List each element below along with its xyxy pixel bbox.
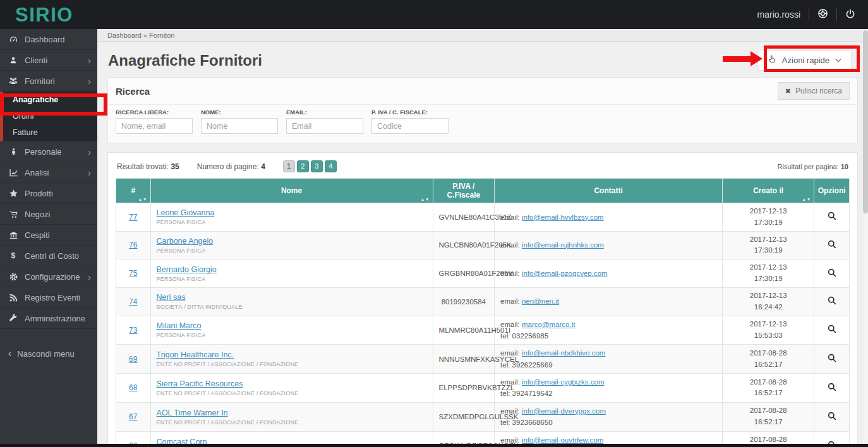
row-name-link[interactable]: Trigon Healthcare Inc. — [157, 350, 234, 359]
row-id-link[interactable]: 68 — [129, 383, 137, 392]
row-email-link[interactable]: info@email-nbdkhivo.com — [522, 349, 605, 357]
sort-arrows-icon[interactable]: ▲▼ — [138, 197, 148, 201]
sidebar-item-clienti[interactable]: Clienti› — [0, 50, 97, 71]
sidebar-item-dashboard[interactable]: Dashboard — [0, 29, 97, 50]
row-id-link[interactable]: 73 — [129, 326, 137, 335]
row-email-link[interactable]: marco@marco.it — [522, 321, 576, 328]
sidebar-item-configurazione[interactable]: Configurazione› — [0, 266, 97, 287]
life-ring-icon — [817, 8, 828, 21]
sidebar-item-centri-di-costo[interactable]: $Centri di Costo — [0, 246, 97, 266]
row-email-link[interactable]: info@email-dverypgx.com — [522, 407, 606, 415]
column-header-[interactable]: #▲▼ — [116, 179, 151, 203]
row-email-link[interactable]: neri@neri.it — [522, 297, 559, 305]
row-created-cell: 2017-08-2816:52:17 — [723, 402, 814, 431]
row-name-cell: Neri sasSOCIETÀ / DITTA INDIVIDUALE — [150, 287, 433, 316]
search-input-p-iva-c-fiscale[interactable] — [371, 118, 449, 134]
sidebar-item-amministrazione[interactable]: Amministrazione — [0, 308, 97, 329]
sidebar-item-anagrafiche[interactable]: Anagrafiche — [3, 92, 97, 108]
row-email-link[interactable]: info@email-pzoqcvep.com — [522, 270, 608, 277]
sidebar-item-ordini[interactable]: Ordini — [3, 108, 97, 124]
row-name-link[interactable]: Neri sas — [157, 293, 186, 302]
table-row: 75Bernardo GiorgioPERSONA FISICAGRGBNR80… — [116, 259, 850, 288]
search-input-email[interactable] — [286, 118, 363, 134]
row-options-cell — [814, 287, 850, 316]
row-name-link[interactable]: Bernardo Giorgio — [157, 265, 217, 274]
row-detail-button[interactable] — [827, 211, 837, 223]
sidebar-item-prodotti[interactable]: Prodotti — [0, 183, 97, 204]
scrollbar-thumb[interactable] — [863, 30, 868, 213]
row-type-label: PERSONA FISICA — [157, 219, 427, 225]
column-header-nome[interactable]: Nome▲▼ — [150, 179, 433, 203]
row-id-link[interactable]: 69 — [129, 355, 137, 364]
row-options-cell — [814, 402, 850, 431]
row-email-link[interactable]: info@email-cygtxzks.com — [522, 378, 605, 386]
search-input-nome[interactable] — [201, 118, 278, 134]
row-contacts-cell: email: info@email-dverypgx.comtel: 39236… — [495, 402, 723, 431]
row-email-link[interactable]: info@email-ouvtrfew.com — [522, 436, 603, 444]
page-button-1[interactable]: 1 — [283, 160, 295, 172]
row-name-link[interactable]: Leone Giovanna — [157, 208, 215, 217]
row-created-date: 2017-12-13 — [728, 262, 808, 273]
page-button-3[interactable]: 3 — [311, 160, 323, 172]
row-email-link[interactable]: info@email-rujhnhks.com — [522, 241, 604, 249]
sidebar-item-cespiti[interactable]: Cespiti — [0, 225, 97, 246]
search-input-ricerca-libera[interactable] — [116, 118, 193, 134]
table-header-row: #▲▼Nome▲▼P.IVA / C.FiscaleContattiCreato… — [116, 179, 850, 203]
suppliers-table: #▲▼Nome▲▼P.IVA / C.FiscaleContattiCreato… — [116, 178, 850, 447]
row-created-time: 17:30:19 — [728, 273, 808, 285]
row-detail-button[interactable] — [827, 353, 837, 365]
row-detail-button[interactable] — [827, 239, 837, 251]
row-id-link[interactable]: 67 — [129, 412, 137, 421]
page-button-4[interactable]: 4 — [325, 160, 337, 172]
page-header: Anagrafiche Fornitori Azioni rapide — [97, 42, 868, 77]
clear-search-button[interactable]: ✖ Pulisci ricerca — [778, 82, 850, 100]
row-email-link[interactable]: info@email-hvvlbzsy.com — [522, 213, 604, 221]
row-detail-button[interactable] — [827, 268, 837, 280]
row-name-link[interactable]: Milani Marco — [157, 321, 202, 330]
row-created-cell: 2017-12-1317:30:19 — [723, 231, 814, 259]
row-name-link[interactable]: AOL Time Warner In — [157, 408, 228, 417]
sidebar-item-registro-eventi[interactable]: Registro Eventi — [0, 287, 97, 308]
sidebar-item-label: Centri di Costo — [25, 251, 79, 261]
row-created-time: 16:52:17 — [728, 388, 808, 399]
sidebar-item-personale[interactable]: Personale› — [0, 141, 97, 162]
column-header-label: P.IVA / C.Fiscale — [447, 182, 480, 200]
column-header-label: Opzioni — [818, 186, 846, 195]
app-logo[interactable]: SIRIO — [0, 5, 73, 25]
row-id-link[interactable]: 76 — [129, 241, 137, 249]
logout-button[interactable] — [845, 9, 855, 21]
row-name-link[interactable]: Carbone Angelo — [157, 237, 214, 246]
row-id-link[interactable]: 75 — [129, 269, 137, 278]
row-fiscal-code: NGLCBN80A01F205K — [433, 231, 495, 259]
results-panel: Risultati trovati: 35 Numero di pagine: … — [107, 152, 858, 447]
search-panel-header: Ricerca ✖ Pulisci ricerca — [108, 78, 857, 104]
sort-arrows-icon[interactable]: ▲▼ — [421, 197, 430, 201]
sidebar-item-label: Analisi — [25, 168, 49, 177]
sidebar-item-fornitori[interactable]: Fornitori› — [0, 71, 97, 92]
sort-arrows-icon[interactable]: ▲▼ — [802, 197, 811, 201]
scrollbar[interactable] — [862, 29, 868, 447]
sidebar-collapse-button[interactable]: ‹ Nascondi menu — [0, 343, 97, 364]
help-button[interactable] — [817, 8, 828, 21]
row-id-link[interactable]: 74 — [129, 297, 137, 306]
page-button-2[interactable]: 2 — [297, 160, 309, 172]
row-detail-button[interactable] — [827, 324, 837, 336]
search-title: Ricerca — [116, 86, 150, 97]
pagination-top: 1234 — [283, 160, 337, 172]
magnifier-icon — [827, 211, 837, 223]
row-name-link[interactable]: Sierra Pacific Resources — [157, 379, 243, 388]
sidebar-item-fatture[interactable]: Fatture — [3, 124, 97, 141]
row-fiscal-code: SZXDMEDPGLGULSSK — [433, 402, 495, 431]
username[interactable]: mario.rossi — [757, 9, 800, 20]
row-id-link[interactable]: 77 — [129, 213, 137, 222]
row-detail-button[interactable] — [827, 411, 837, 423]
sidebar-item-negozi[interactable]: Negozi — [0, 204, 97, 225]
sidebar-item-analisi[interactable]: Analisi› — [0, 162, 97, 183]
row-options-cell — [814, 374, 850, 403]
column-header-creato-il[interactable]: Creato il▲▼ — [723, 179, 814, 203]
magnifier-icon — [827, 382, 837, 394]
row-detail-button[interactable] — [827, 295, 837, 307]
quick-actions-button[interactable]: Azioni rapide — [757, 50, 852, 71]
row-options-cell — [814, 316, 850, 345]
row-detail-button[interactable] — [827, 382, 837, 394]
